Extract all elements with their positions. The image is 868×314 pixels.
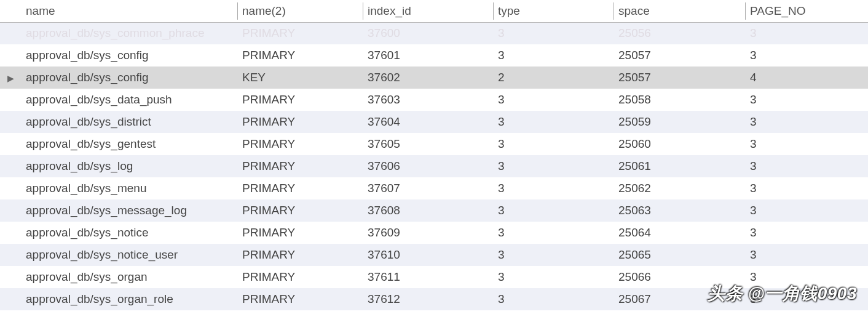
cell-name2[interactable]: PRIMARY [237, 222, 363, 244]
cell-index-id[interactable]: 37608 [363, 199, 493, 222]
cell-index-id[interactable]: 37605 [363, 133, 493, 155]
column-divider[interactable] [745, 2, 746, 20]
cell-type[interactable]: 3 [493, 244, 614, 266]
cell-type[interactable]: 3 [493, 222, 614, 244]
cell-name2[interactable]: PRIMARY [237, 244, 363, 266]
cell-index-id[interactable]: 37600 [363, 22, 493, 44]
cell-name[interactable]: approval_db/sys_common_phrace [21, 22, 237, 44]
data-table[interactable]: name name(2) index_id type space PAGE_NO [0, 0, 868, 310]
header-type[interactable]: type [493, 0, 614, 22]
cell-name2[interactable]: PRIMARY [237, 199, 363, 222]
cell-page-no[interactable]: 3 [745, 133, 868, 155]
cell-name2[interactable]: KEY [237, 66, 363, 89]
cell-space[interactable]: 25061 [614, 155, 745, 177]
table-row[interactable]: approval_db/sys_menuPRIMARY376073250623 [0, 177, 868, 199]
header-index-id[interactable]: index_id [363, 0, 493, 22]
cell-space[interactable]: 25057 [614, 66, 745, 89]
cell-index-id[interactable]: 37609 [363, 222, 493, 244]
cell-page-no[interactable]: 3 [745, 44, 868, 66]
cell-name2[interactable]: PRIMARY [237, 22, 363, 44]
cell-name[interactable]: approval_db/sys_config [21, 44, 237, 66]
cell-name[interactable]: approval_db/sys_gentest [21, 133, 237, 155]
header-name[interactable]: name [21, 0, 237, 22]
cell-name[interactable]: approval_db/sys_log [21, 155, 237, 177]
cell-name2[interactable]: PRIMARY [237, 44, 363, 66]
cell-type[interactable]: 3 [493, 111, 614, 133]
cell-index-id[interactable]: 37602 [363, 66, 493, 89]
cell-space[interactable]: 25058 [614, 89, 745, 111]
cell-index-id[interactable]: 37606 [363, 155, 493, 177]
cell-space[interactable]: 25060 [614, 133, 745, 155]
cell-name[interactable]: approval_db/sys_menu [21, 177, 237, 199]
table-row[interactable]: approval_db/sys_noticePRIMARY37609325064… [0, 222, 868, 244]
cell-page-no[interactable]: 3 [745, 111, 868, 133]
cell-index-id[interactable]: 37612 [363, 288, 493, 310]
cell-page-no[interactable]: 4 [745, 66, 868, 89]
cell-space[interactable]: 25059 [614, 111, 745, 133]
column-divider[interactable] [614, 2, 614, 20]
cell-name[interactable]: approval_db/sys_district [21, 111, 237, 133]
cell-name2[interactable]: PRIMARY [237, 155, 363, 177]
table-row[interactable]: approval_db/sys_logPRIMARY376063250613 [0, 155, 868, 177]
cell-index-id[interactable]: 37607 [363, 177, 493, 199]
cell-type[interactable]: 3 [493, 288, 614, 310]
cell-space[interactable]: 25062 [614, 177, 745, 199]
cell-name2[interactable]: PRIMARY [237, 133, 363, 155]
cell-space[interactable]: 25063 [614, 199, 745, 222]
table-row[interactable]: approval_db/sys_districtPRIMARY376043250… [0, 111, 868, 133]
cell-name[interactable]: approval_db/sys_notice [21, 222, 237, 244]
table-row[interactable]: approval_db/sys_data_pushPRIMARY37603325… [0, 89, 868, 111]
row-gutter [0, 89, 21, 111]
cell-index-id[interactable]: 37610 [363, 244, 493, 266]
column-divider[interactable] [363, 2, 363, 20]
cell-type[interactable]: 2 [493, 66, 614, 89]
header-page-no[interactable]: PAGE_NO [745, 0, 868, 22]
cell-index-id[interactable]: 37611 [363, 266, 493, 288]
cell-name[interactable]: approval_db/sys_config [21, 66, 237, 89]
cell-name[interactable]: approval_db/sys_data_push [21, 89, 237, 111]
cell-type[interactable]: 3 [493, 44, 614, 66]
cell-page-no[interactable]: 3 [745, 244, 868, 266]
cell-name2[interactable]: PRIMARY [237, 288, 363, 310]
cell-name[interactable]: approval_db/sys_organ [21, 266, 237, 288]
cell-type[interactable]: 3 [493, 199, 614, 222]
cell-space[interactable]: 25057 [614, 44, 745, 66]
cell-type[interactable]: 3 [493, 155, 614, 177]
header-name2[interactable]: name(2) [237, 0, 363, 22]
cell-page-no[interactable]: 3 [745, 222, 868, 244]
cell-name[interactable]: approval_db/sys_message_log [21, 199, 237, 222]
cell-space[interactable]: 25056 [614, 22, 745, 44]
row-gutter [0, 266, 21, 288]
cell-type[interactable]: 3 [493, 89, 614, 111]
cell-page-no[interactable]: 3 [745, 155, 868, 177]
cell-page-no[interactable]: 3 [745, 89, 868, 111]
table-row[interactable]: ▶approval_db/sys_configKEY376022250574 [0, 66, 868, 89]
table-row[interactable]: approval_db/sys_message_logPRIMARY376083… [0, 199, 868, 222]
table-row[interactable]: approval_db/sys_configPRIMARY37601325057… [0, 44, 868, 66]
cell-name[interactable]: approval_db/sys_organ_role [21, 288, 237, 310]
cell-type[interactable]: 3 [493, 177, 614, 199]
cell-page-no[interactable]: 3 [745, 199, 868, 222]
header-space[interactable]: space [614, 0, 745, 22]
cell-index-id[interactable]: 37603 [363, 89, 493, 111]
cell-name2[interactable]: PRIMARY [237, 177, 363, 199]
table-row[interactable]: approval_db/sys_gentestPRIMARY3760532506… [0, 133, 868, 155]
cell-index-id[interactable]: 37601 [363, 44, 493, 66]
cell-page-no[interactable]: 3 [745, 177, 868, 199]
cell-space[interactable]: 25064 [614, 222, 745, 244]
cell-index-id[interactable]: 37604 [363, 111, 493, 133]
cell-type[interactable]: 3 [493, 22, 614, 44]
header-label-name: name [26, 4, 55, 17]
column-divider[interactable] [237, 2, 238, 20]
cell-type[interactable]: 3 [493, 133, 614, 155]
cell-space[interactable]: 25065 [614, 244, 745, 266]
cell-name[interactable]: approval_db/sys_notice_user [21, 244, 237, 266]
cell-name2[interactable]: PRIMARY [237, 89, 363, 111]
column-divider[interactable] [493, 2, 494, 20]
table-row[interactable]: approval_db/sys_common_phracePRIMARY3760… [0, 22, 868, 44]
table-row[interactable]: approval_db/sys_notice_userPRIMARY376103… [0, 244, 868, 266]
cell-type[interactable]: 3 [493, 266, 614, 288]
cell-name2[interactable]: PRIMARY [237, 266, 363, 288]
cell-page-no[interactable]: 3 [745, 22, 868, 44]
cell-name2[interactable]: PRIMARY [237, 111, 363, 133]
